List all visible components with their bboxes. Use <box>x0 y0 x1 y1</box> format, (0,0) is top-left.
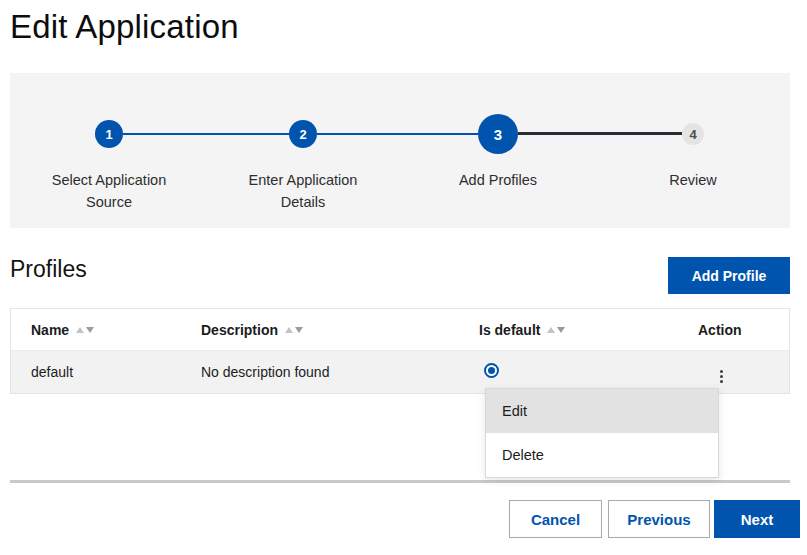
cancel-button[interactable]: Cancel <box>509 500 602 538</box>
row-actions-kebab-icon[interactable] <box>718 368 725 385</box>
stepper-connector-1-2 <box>123 133 289 135</box>
step-4-circle[interactable]: 4 <box>682 123 704 145</box>
footer-divider <box>10 480 790 483</box>
column-header-description[interactable]: Description <box>201 322 479 338</box>
column-header-name[interactable]: Name <box>31 322 201 338</box>
column-header-is-default[interactable]: Is default <box>479 322 698 338</box>
next-button[interactable]: Next <box>714 500 800 538</box>
column-header-action: Action <box>698 322 789 338</box>
step-1-label: Select Application Source <box>52 169 166 213</box>
menu-item-edit[interactable]: Edit <box>486 389 718 433</box>
step-4-label: Review <box>669 169 717 191</box>
sort-icon[interactable] <box>76 327 94 333</box>
page-title: Edit Application <box>10 8 239 46</box>
sort-icon[interactable] <box>547 327 565 333</box>
add-profile-button[interactable]: Add Profile <box>668 257 790 294</box>
menu-item-delete[interactable]: Delete <box>486 433 718 477</box>
cell-is-default <box>479 363 698 381</box>
edit-application-page: Edit Application 1 2 3 4 Select Applicat… <box>0 0 807 555</box>
step-3-circle-active[interactable]: 3 <box>478 114 518 154</box>
step-3-number: 3 <box>494 126 502 143</box>
sort-icon[interactable] <box>285 327 303 333</box>
cell-description: No description found <box>201 364 479 380</box>
step-2-label: Enter Application Details <box>249 169 358 213</box>
previous-button[interactable]: Previous <box>608 500 710 538</box>
table-row: default No description found <box>11 351 789 393</box>
step-2-number: 2 <box>299 127 306 142</box>
step-4-number: 4 <box>689 127 696 142</box>
table-header-row: Name Description Is default Action <box>11 309 789 351</box>
step-1-circle[interactable]: 1 <box>95 120 123 148</box>
cell-action <box>698 360 789 385</box>
action-dropdown-menu: Edit Delete <box>485 388 719 478</box>
step-3-label: Add Profiles <box>459 169 537 191</box>
wizard-stepper: 1 2 3 4 Select Application Source Enter … <box>10 73 790 228</box>
cell-name: default <box>31 364 201 380</box>
stepper-connector-2-3 <box>317 133 478 135</box>
is-default-radio-selected[interactable] <box>484 363 499 378</box>
stepper-connector-3-4 <box>518 132 682 135</box>
step-2-circle[interactable]: 2 <box>289 120 317 148</box>
step-1-number: 1 <box>105 127 112 142</box>
radio-dot <box>488 367 495 374</box>
profiles-heading: Profiles <box>10 256 87 283</box>
profiles-table: Name Description Is default Action defau… <box>10 308 790 394</box>
